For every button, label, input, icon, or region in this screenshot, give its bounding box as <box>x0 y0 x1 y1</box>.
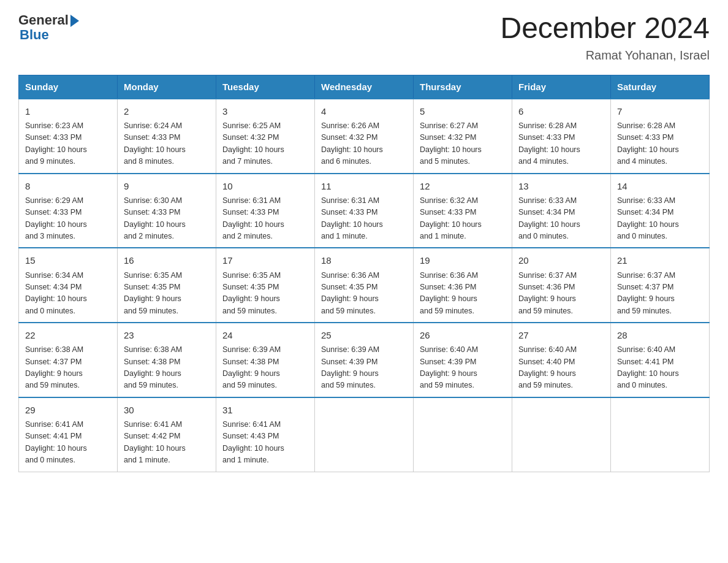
week-row-3: 15 Sunrise: 6:34 AMSunset: 4:34 PMDaylig… <box>19 248 710 323</box>
title-section: December 2024 Ramat Yohanan, Israel <box>500 12 710 63</box>
calendar-cell: 28 Sunrise: 6:40 AMSunset: 4:41 PMDaylig… <box>611 323 710 397</box>
calendar-cell: 16 Sunrise: 6:35 AMSunset: 4:35 PMDaylig… <box>118 248 216 323</box>
day-number: 14 <box>617 179 703 193</box>
day-info: Sunrise: 6:38 AMSunset: 4:37 PMDaylight:… <box>25 345 83 389</box>
day-info: Sunrise: 6:41 AMSunset: 4:42 PMDaylight:… <box>124 420 186 464</box>
week-row-5: 29 Sunrise: 6:41 AMSunset: 4:41 PMDaylig… <box>19 397 710 472</box>
day-info: Sunrise: 6:33 AMSunset: 4:34 PMDaylight:… <box>518 196 580 240</box>
weekday-header-row: SundayMondayTuesdayWednesdayThursdayFrid… <box>19 75 710 99</box>
calendar-cell: 22 Sunrise: 6:38 AMSunset: 4:37 PMDaylig… <box>19 323 118 397</box>
day-number: 20 <box>518 253 604 267</box>
day-info: Sunrise: 6:28 AMSunset: 4:33 PMDaylight:… <box>617 121 679 166</box>
day-info: Sunrise: 6:41 AMSunset: 4:41 PMDaylight:… <box>25 420 87 464</box>
calendar-cell: 31 Sunrise: 6:41 AMSunset: 4:43 PMDaylig… <box>216 397 315 472</box>
day-number: 24 <box>222 328 308 342</box>
day-info: Sunrise: 6:36 AMSunset: 4:36 PMDaylight:… <box>420 271 478 315</box>
day-number: 7 <box>617 104 703 118</box>
day-number: 2 <box>124 104 210 118</box>
day-number: 27 <box>518 328 604 342</box>
calendar-cell: 30 Sunrise: 6:41 AMSunset: 4:42 PMDaylig… <box>118 397 216 472</box>
day-info: Sunrise: 6:28 AMSunset: 4:33 PMDaylight:… <box>518 121 580 166</box>
calendar-cell: 7 Sunrise: 6:28 AMSunset: 4:33 PMDayligh… <box>611 99 710 174</box>
week-row-1: 1 Sunrise: 6:23 AMSunset: 4:33 PMDayligh… <box>19 99 710 174</box>
day-number: 23 <box>124 328 210 342</box>
logo-arrow-icon <box>70 15 79 27</box>
calendar-cell: 12 Sunrise: 6:32 AMSunset: 4:33 PMDaylig… <box>414 174 512 248</box>
weekday-header-thursday: Thursday <box>414 75 512 99</box>
day-number: 28 <box>617 328 703 342</box>
day-info: Sunrise: 6:23 AMSunset: 4:33 PMDaylight:… <box>25 121 87 166</box>
day-number: 18 <box>321 253 407 267</box>
calendar-cell: 25 Sunrise: 6:39 AMSunset: 4:39 PMDaylig… <box>315 323 414 397</box>
weekday-header-tuesday: Tuesday <box>216 75 315 99</box>
calendar-cell: 4 Sunrise: 6:26 AMSunset: 4:32 PMDayligh… <box>315 99 414 174</box>
day-info: Sunrise: 6:41 AMSunset: 4:43 PMDaylight:… <box>222 420 284 464</box>
day-number: 1 <box>25 104 111 118</box>
calendar-title: December 2024 <box>500 12 710 45</box>
weekday-header-monday: Monday <box>118 75 216 99</box>
calendar-cell: 5 Sunrise: 6:27 AMSunset: 4:32 PMDayligh… <box>414 99 512 174</box>
calendar-cell: 3 Sunrise: 6:25 AMSunset: 4:32 PMDayligh… <box>216 99 315 174</box>
day-info: Sunrise: 6:35 AMSunset: 4:35 PMDaylight:… <box>124 271 182 315</box>
day-number: 9 <box>124 179 210 193</box>
weekday-header-wednesday: Wednesday <box>315 75 414 99</box>
day-number: 26 <box>420 328 506 342</box>
day-info: Sunrise: 6:38 AMSunset: 4:38 PMDaylight:… <box>124 345 182 389</box>
day-info: Sunrise: 6:39 AMSunset: 4:38 PMDaylight:… <box>222 345 281 389</box>
day-info: Sunrise: 6:32 AMSunset: 4:33 PMDaylight:… <box>420 196 482 240</box>
calendar-cell: 8 Sunrise: 6:29 AMSunset: 4:33 PMDayligh… <box>19 174 118 248</box>
calendar-cell <box>414 397 512 472</box>
calendar-cell: 21 Sunrise: 6:37 AMSunset: 4:37 PMDaylig… <box>611 248 710 323</box>
calendar-cell: 6 Sunrise: 6:28 AMSunset: 4:33 PMDayligh… <box>512 99 611 174</box>
day-number: 29 <box>25 403 111 417</box>
day-info: Sunrise: 6:24 AMSunset: 4:33 PMDaylight:… <box>124 121 186 166</box>
day-number: 30 <box>124 403 210 417</box>
calendar-cell: 13 Sunrise: 6:33 AMSunset: 4:34 PMDaylig… <box>512 174 611 248</box>
day-number: 3 <box>222 104 308 118</box>
day-number: 19 <box>420 253 506 267</box>
calendar-subtitle: Ramat Yohanan, Israel <box>500 48 710 63</box>
day-number: 4 <box>321 104 407 118</box>
week-row-2: 8 Sunrise: 6:29 AMSunset: 4:33 PMDayligh… <box>19 174 710 248</box>
day-info: Sunrise: 6:30 AMSunset: 4:33 PMDaylight:… <box>124 196 186 240</box>
calendar-cell: 26 Sunrise: 6:40 AMSunset: 4:39 PMDaylig… <box>414 323 512 397</box>
day-info: Sunrise: 6:37 AMSunset: 4:37 PMDaylight:… <box>617 271 675 315</box>
calendar-cell: 20 Sunrise: 6:37 AMSunset: 4:36 PMDaylig… <box>512 248 611 323</box>
calendar-table: SundayMondayTuesdayWednesdayThursdayFrid… <box>18 75 710 472</box>
calendar-cell: 29 Sunrise: 6:41 AMSunset: 4:41 PMDaylig… <box>19 397 118 472</box>
calendar-cell: 10 Sunrise: 6:31 AMSunset: 4:33 PMDaylig… <box>216 174 315 248</box>
calendar-cell: 23 Sunrise: 6:38 AMSunset: 4:38 PMDaylig… <box>118 323 216 397</box>
calendar-cell: 24 Sunrise: 6:39 AMSunset: 4:38 PMDaylig… <box>216 323 315 397</box>
day-number: 21 <box>617 253 703 267</box>
day-info: Sunrise: 6:29 AMSunset: 4:33 PMDaylight:… <box>25 196 87 240</box>
page-header: General Blue December 2024 Ramat Yohanan… <box>18 12 710 63</box>
calendar-cell: 1 Sunrise: 6:23 AMSunset: 4:33 PMDayligh… <box>19 99 118 174</box>
day-number: 6 <box>518 104 604 118</box>
day-number: 25 <box>321 328 407 342</box>
calendar-cell <box>315 397 414 472</box>
day-info: Sunrise: 6:26 AMSunset: 4:32 PMDaylight:… <box>321 121 383 166</box>
calendar-cell <box>611 397 710 472</box>
day-info: Sunrise: 6:39 AMSunset: 4:39 PMDaylight:… <box>321 345 379 389</box>
day-info: Sunrise: 6:35 AMSunset: 4:35 PMDaylight:… <box>222 271 281 315</box>
day-info: Sunrise: 6:27 AMSunset: 4:32 PMDaylight:… <box>420 121 482 166</box>
calendar-cell: 19 Sunrise: 6:36 AMSunset: 4:36 PMDaylig… <box>414 248 512 323</box>
day-number: 15 <box>25 253 111 267</box>
logo-general-text: General <box>18 12 69 28</box>
weekday-header-sunday: Sunday <box>19 75 118 99</box>
day-info: Sunrise: 6:40 AMSunset: 4:41 PMDaylight:… <box>617 345 679 389</box>
day-info: Sunrise: 6:40 AMSunset: 4:40 PMDaylight:… <box>518 345 577 389</box>
calendar-cell: 27 Sunrise: 6:40 AMSunset: 4:40 PMDaylig… <box>512 323 611 397</box>
day-info: Sunrise: 6:25 AMSunset: 4:32 PMDaylight:… <box>222 121 284 166</box>
calendar-cell: 11 Sunrise: 6:31 AMSunset: 4:33 PMDaylig… <box>315 174 414 248</box>
calendar-cell: 14 Sunrise: 6:33 AMSunset: 4:34 PMDaylig… <box>611 174 710 248</box>
calendar-cell: 2 Sunrise: 6:24 AMSunset: 4:33 PMDayligh… <box>118 99 216 174</box>
calendar-cell <box>512 397 611 472</box>
logo-blue-text: Blue <box>20 27 49 43</box>
day-info: Sunrise: 6:40 AMSunset: 4:39 PMDaylight:… <box>420 345 478 389</box>
day-number: 10 <box>222 179 308 193</box>
day-info: Sunrise: 6:37 AMSunset: 4:36 PMDaylight:… <box>518 271 577 315</box>
day-number: 31 <box>222 403 308 417</box>
day-info: Sunrise: 6:31 AMSunset: 4:33 PMDaylight:… <box>321 196 383 240</box>
day-number: 17 <box>222 253 308 267</box>
